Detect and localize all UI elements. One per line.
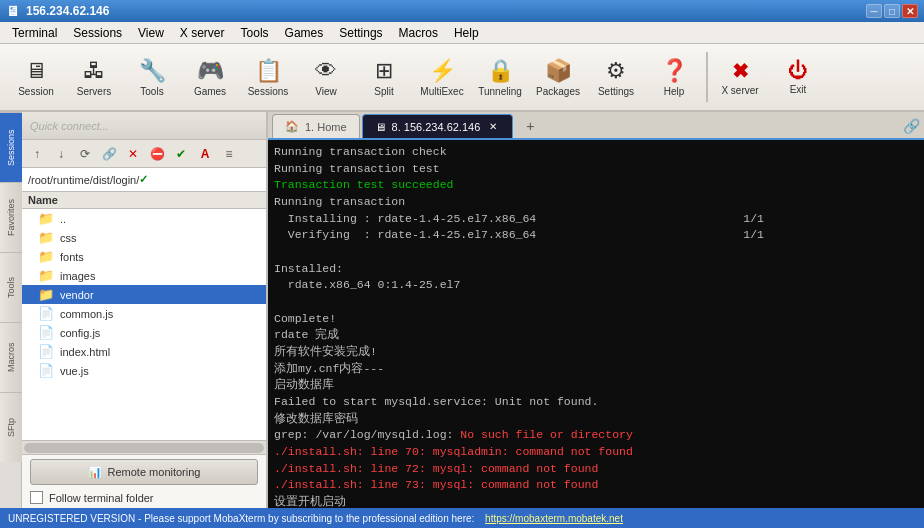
follow-terminal-row[interactable]: Follow terminal folder <box>30 491 258 504</box>
menu-terminal[interactable]: Terminal <box>4 24 65 42</box>
menu-macros[interactable]: Macros <box>391 24 446 42</box>
toolbar-view[interactable]: 👁 View <box>298 48 354 106</box>
minimize-button[interactable]: ─ <box>866 4 882 18</box>
packages-label: Packages <box>536 86 580 97</box>
path-bar: /root/runtime/dist/login/ ✓ <box>22 168 266 192</box>
right-panel: 🏠 1. Home 🖥 8. 156.234.62.146 ✕ + 🔗 Runn… <box>268 112 924 508</box>
file-icon: 📄 <box>38 325 54 340</box>
file-item-name: images <box>60 270 95 282</box>
toolbar-multiexec[interactable]: ⚡ MultiExec <box>414 48 470 106</box>
sidebar-item-sessions[interactable]: Sessions <box>0 112 22 182</box>
menu-view[interactable]: View <box>130 24 172 42</box>
toolbar-xserver[interactable]: ✖ X server <box>712 48 768 106</box>
file-item-name: index.html <box>60 346 110 358</box>
file-list[interactable]: Name 📁 .. 📁 css 📁 fonts 📁 images 📁 vendo… <box>22 192 266 440</box>
window-title: 156.234.62.146 <box>26 4 866 18</box>
file-tb-down[interactable]: ↓ <box>50 144 72 164</box>
toolbar-help[interactable]: ❓ Help <box>646 48 702 106</box>
terminal-line: Complete! <box>274 311 918 328</box>
sidebar-item-tools[interactable]: Tools <box>0 252 22 322</box>
status-link[interactable]: https://mobaxterm.mobatek.net <box>485 513 623 524</box>
file-item-name: vendor <box>60 289 94 301</box>
follow-terminal-checkbox[interactable] <box>30 491 43 504</box>
file-item-fonts[interactable]: 📁 fonts <box>22 247 266 266</box>
file-tb-stop[interactable]: ⛔ <box>146 144 168 164</box>
sidebar-item-macros[interactable]: Macros <box>0 322 22 392</box>
session-label: Session <box>18 86 54 97</box>
toolbar-packages[interactable]: 📦 Packages <box>530 48 586 106</box>
file-tb-check[interactable]: ✔ <box>170 144 192 164</box>
menu-games[interactable]: Games <box>277 24 332 42</box>
maximize-button[interactable]: □ <box>884 4 900 18</box>
status-text: UNREGISTERED VERSION - Please support Mo… <box>8 513 474 524</box>
file-item-vendor[interactable]: 📁 vendor <box>22 285 266 304</box>
close-button[interactable]: ✕ <box>902 4 918 18</box>
file-tb-text[interactable]: A <box>194 144 216 164</box>
terminal-line: Running transaction <box>274 194 918 211</box>
menu-settings[interactable]: Settings <box>331 24 390 42</box>
tab-close-button[interactable]: ✕ <box>486 120 500 134</box>
toolbar-settings[interactable]: ⚙ Settings <box>588 48 644 106</box>
file-item-name: common.js <box>60 308 113 320</box>
file-item-name: fonts <box>60 251 84 263</box>
view-icon: 👁 <box>315 58 337 84</box>
file-item-images[interactable]: 📁 images <box>22 266 266 285</box>
file-item-css[interactable]: 📁 css <box>22 228 266 247</box>
path-text: /root/runtime/dist/login/ <box>28 174 139 186</box>
file-icon: 📄 <box>38 344 54 359</box>
tools-label: Tools <box>140 86 163 97</box>
menu-tools[interactable]: Tools <box>233 24 277 42</box>
file-item-config-js[interactable]: 📄 config.js <box>22 323 266 342</box>
ssh-icon: 🖥 <box>375 121 386 133</box>
quick-connect-bar[interactable]: Quick connect... <box>22 112 266 140</box>
sidebar-item-favorites[interactable]: Favorites <box>0 182 22 252</box>
file-item-common-js[interactable]: 📄 common.js <box>22 304 266 323</box>
remote-monitoring-button[interactable]: 📊 Remote monitoring <box>30 459 258 485</box>
terminal-line: Running transaction test <box>274 161 918 178</box>
tab-home[interactable]: 🏠 1. Home <box>272 114 360 138</box>
sidebar-item-sftp[interactable]: SFtp <box>0 392 22 462</box>
file-browser-toolbar: ↑ ↓ ⟳ 🔗 ✕ ⛔ ✔ A ≡ <box>22 140 266 168</box>
terminal-line: 修改数据库密码 <box>274 411 918 428</box>
file-tb-refresh[interactable]: ⟳ <box>74 144 96 164</box>
file-item-vue-js[interactable]: 📄 vue.js <box>22 361 266 380</box>
toolbar-tools[interactable]: 🔧 Tools <box>124 48 180 106</box>
toolbar-games[interactable]: 🎮 Games <box>182 48 238 106</box>
terminal-line: rdate 完成 <box>274 327 918 344</box>
servers-icon: 🖧 <box>83 58 105 84</box>
sessions-label: Sessions <box>248 86 289 97</box>
toolbar-sessions[interactable]: 📋 Sessions <box>240 48 296 106</box>
settings-label: Settings <box>598 86 634 97</box>
quick-connect-placeholder: Quick connect... <box>30 120 109 132</box>
file-item-name: .. <box>60 213 66 225</box>
file-tb-menu[interactable]: ≡ <box>218 144 240 164</box>
tab-ssh[interactable]: 🖥 8. 156.234.62.146 ✕ <box>362 114 514 138</box>
left-hscroll[interactable] <box>22 440 266 454</box>
menu-xserver[interactable]: X server <box>172 24 233 42</box>
app-icon: 🖥 <box>6 3 20 19</box>
folder-icon: 📁 <box>38 211 54 226</box>
menu-sessions[interactable]: Sessions <box>65 24 130 42</box>
tab-add-button[interactable]: + <box>519 116 541 136</box>
terminal-output[interactable]: Running transaction check Running transa… <box>268 140 924 508</box>
menu-bar: Terminal Sessions View X server Tools Ga… <box>0 22 924 44</box>
terminal-line: Failed to start mysqld.service: Unit not… <box>274 394 918 411</box>
tab-scroll-right-button[interactable]: 🔗 <box>903 118 920 134</box>
menu-help[interactable]: Help <box>446 24 487 42</box>
toolbar-tunneling[interactable]: 🔒 Tunneling <box>472 48 528 106</box>
toolbar-split[interactable]: ⊞ Split <box>356 48 412 106</box>
left-panel-bottom: 📊 Remote monitoring Follow terminal fold… <box>22 454 266 508</box>
terminal-line: ./install.sh: line 73: mysql: command no… <box>274 477 918 494</box>
toolbar-servers[interactable]: 🖧 Servers <box>66 48 122 106</box>
file-tb-cancel[interactable]: ✕ <box>122 144 144 164</box>
file-item-index-html[interactable]: 📄 index.html <box>22 342 266 361</box>
file-tb-up[interactable]: ↑ <box>26 144 48 164</box>
multiexec-label: MultiExec <box>420 86 463 97</box>
file-item-parent[interactable]: 📁 .. <box>22 209 266 228</box>
toolbar-session[interactable]: 🖥 Session <box>8 48 64 106</box>
terminal-line: grep: /var/log/mysqld.log: No such file … <box>274 427 918 444</box>
toolbar-exit[interactable]: ⏻ Exit <box>770 48 826 106</box>
hscroll-thumb[interactable] <box>24 443 264 453</box>
terminal-line: 启动数据库 <box>274 377 918 394</box>
file-tb-link[interactable]: 🔗 <box>98 144 120 164</box>
